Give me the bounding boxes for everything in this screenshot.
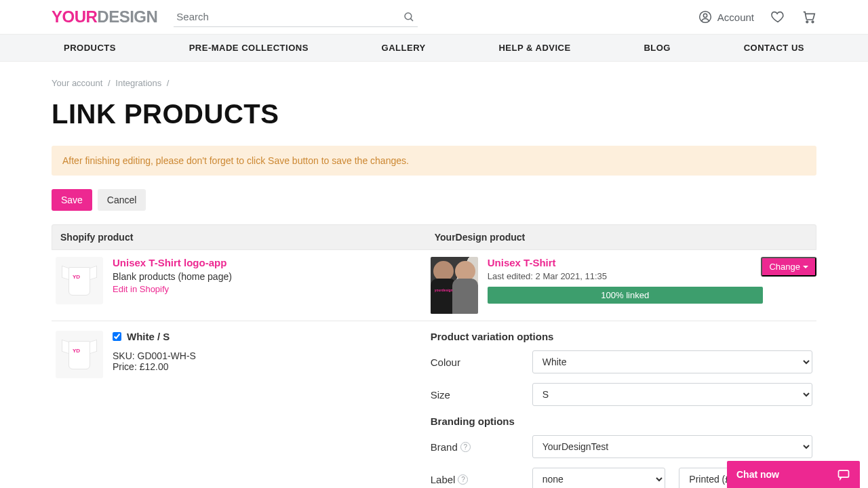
main-nav: PRODUCTS PRE-MADE COLLECTIONS GALLERY HE… <box>0 34 868 62</box>
chat-widget[interactable]: Chat now <box>727 461 860 488</box>
breadcrumb-sep: / <box>167 78 170 88</box>
col-shopify-product: Shopify product <box>52 225 427 249</box>
page-title: LINK PRODUCTS <box>52 99 816 129</box>
linked-progress: 100% linked <box>488 287 763 304</box>
variant-thumb: YD <box>56 331 103 378</box>
caret-down-icon <box>803 266 808 268</box>
nav-premade-collections[interactable]: PRE-MADE COLLECTIONS <box>177 35 321 61</box>
nav-contact-us[interactable]: CONTACT US <box>732 35 816 61</box>
variation-options-heading: Product variation options <box>431 331 812 342</box>
search-input[interactable] <box>174 7 418 26</box>
svg-line-1 <box>411 18 414 21</box>
label-colour: Colour <box>431 357 532 368</box>
svg-point-4 <box>806 21 808 23</box>
select-size[interactable]: S <box>532 383 812 406</box>
svg-point-0 <box>405 13 412 20</box>
account-link[interactable]: Account <box>698 10 754 24</box>
logo-part1: YOUR <box>52 7 97 26</box>
account-label: Account <box>717 12 754 23</box>
variant-name: White / S <box>127 331 170 342</box>
wishlist-icon[interactable] <box>770 9 785 24</box>
yd-product-thumb: yourdesign <box>431 257 478 314</box>
help-icon[interactable]: ? <box>460 442 471 452</box>
select-colour[interactable]: White <box>532 350 812 373</box>
chat-icon <box>837 468 850 481</box>
nav-products[interactable]: PRODUCTS <box>52 35 128 61</box>
help-icon[interactable]: ? <box>458 474 468 485</box>
select-brand[interactable]: YourDesignTest <box>532 435 812 458</box>
change-button[interactable]: Change <box>761 257 816 277</box>
logo[interactable]: YOURDESIGN <box>52 7 157 26</box>
variant-price: Price: £12.00 <box>113 361 196 372</box>
shopify-product-thumb: YD <box>56 257 103 304</box>
svg-point-3 <box>703 14 707 17</box>
svg-point-5 <box>812 21 814 23</box>
save-button[interactable]: Save <box>52 189 92 211</box>
search-icon[interactable] <box>403 11 415 23</box>
cart-icon[interactable] <box>802 9 816 24</box>
breadcrumb-integrations[interactable]: Integrations <box>115 78 161 88</box>
search-field-wrap <box>174 7 418 27</box>
variant-checkbox[interactable] <box>113 332 121 341</box>
change-label: Change <box>769 262 800 272</box>
nav-gallery[interactable]: GALLERY <box>370 35 438 61</box>
nav-blog[interactable]: BLOG <box>631 35 683 61</box>
label-brand: Brand <box>431 441 458 453</box>
col-yourdesign-product: YourDesign product <box>427 225 816 249</box>
user-icon <box>698 10 712 24</box>
cancel-button[interactable]: Cancel <box>98 189 146 211</box>
variant-row: YD White / S SKU: GD001-WH-S Price: £12.… <box>52 321 816 488</box>
svg-rect-6 <box>839 470 849 477</box>
table-header: Shopify product YourDesign product <box>52 224 816 250</box>
product-row: YD Unisex T-Shirt logo-app Blank product… <box>52 250 816 321</box>
breadcrumb-account[interactable]: Your account <box>52 78 102 88</box>
shopify-product-meta: Blank products (home page) <box>113 271 232 282</box>
shopify-product-title[interactable]: Unisex T-Shirt logo-app <box>113 257 232 268</box>
alert-banner: After finishing editing, please don't fo… <box>52 146 816 176</box>
label-size: Size <box>431 389 532 401</box>
label-label: Label <box>431 474 456 485</box>
breadcrumb-sep: / <box>108 78 111 88</box>
branding-options-heading: Branding options <box>431 415 812 427</box>
breadcrumb: Your account / Integrations / <box>52 62 816 95</box>
variant-sku: SKU: GD001-WH-S <box>113 350 196 361</box>
edit-in-shopify-link[interactable]: Edit in Shopify <box>113 284 169 294</box>
nav-help-advice[interactable]: HELP & ADVICE <box>486 35 583 61</box>
select-label-option[interactable]: none <box>532 468 666 488</box>
chat-label: Chat now <box>736 469 779 480</box>
logo-part2: DESIGN <box>97 7 157 26</box>
